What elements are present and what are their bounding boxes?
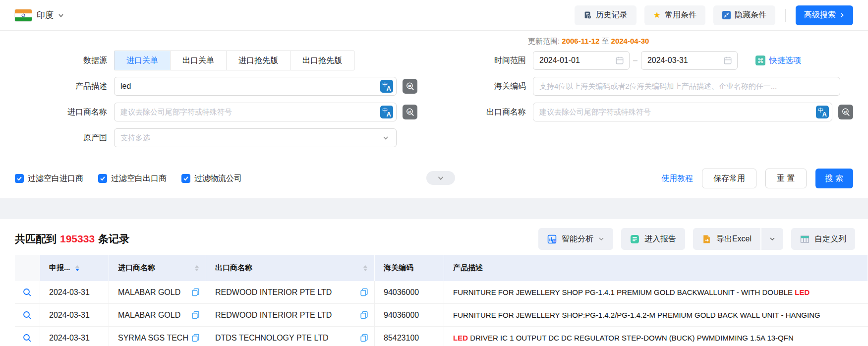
tab-export-preview[interactable]: 出口抢先版 — [290, 51, 354, 70]
smart-analysis-button[interactable]: BI 智能分析 — [538, 228, 613, 250]
translate-icon[interactable]: 中A — [380, 106, 393, 118]
importer-cell[interactable]: SYRMA SGS TECH — [118, 334, 188, 343]
country-chevron-down-icon[interactable] — [58, 12, 64, 19]
synonym-search-icon[interactable]: ⇄ — [403, 79, 417, 94]
copy-icon[interactable] — [191, 334, 200, 342]
view-detail-icon[interactable] — [22, 333, 32, 343]
excel-export-icon — [702, 234, 711, 244]
header-cell-exporter[interactable]: 出口商名称 — [206, 255, 375, 281]
search-button[interactable]: 搜 索 — [815, 169, 853, 188]
filter-label: 过滤物流公司 — [194, 173, 242, 184]
product-desc-input[interactable] — [120, 82, 377, 91]
translate-icon[interactable]: 中A — [816, 106, 829, 118]
export-excel-button[interactable]: 导出Excel — [693, 228, 760, 250]
date-to-input[interactable] — [647, 56, 723, 65]
enter-report-button[interactable]: 进入报告 — [621, 228, 685, 250]
exporter-header-label: 出口商名称 — [215, 263, 252, 273]
product-desc-label: 产品描述 — [15, 81, 114, 92]
export-excel-label: 导出Excel — [716, 234, 752, 244]
copy-icon[interactable] — [191, 311, 200, 319]
advanced-search-button[interactable]: 高级搜索 — [796, 5, 853, 25]
product-desc-cell: FURNITURE FOR JEWELLERY SHOP PG-1.4.1 PR… — [453, 288, 810, 296]
date-from-input[interactable] — [539, 56, 615, 65]
exporter-inputbox: 中A — [533, 103, 832, 121]
importer-cell[interactable]: MALABAR GOLD — [118, 288, 180, 297]
hs-code-label: 海关编码 — [451, 81, 533, 92]
filter-label: 过滤空白进口商 — [28, 173, 83, 184]
collapse-icon — [722, 11, 731, 19]
hide-conditions-button[interactable]: 隐藏条件 — [713, 5, 775, 25]
export-options-toggle[interactable] — [761, 228, 783, 250]
origin-country-select[interactable]: 支持多选 — [114, 128, 397, 147]
copy-icon[interactable] — [360, 334, 368, 342]
svg-text:BI: BI — [553, 239, 556, 242]
declare-date-header-label: 申报... — [49, 263, 70, 273]
declare-date-cell: 2024-03-31 — [49, 288, 90, 297]
country-selector-label[interactable]: 印度 — [37, 9, 54, 21]
chevron-down-icon — [598, 236, 604, 242]
export-excel-split-button: 导出Excel — [693, 228, 783, 250]
tab-import-preview[interactable]: 进口抢先版 — [227, 51, 290, 70]
exporter-name-label: 出口商名称 — [451, 107, 533, 117]
origin-country-label: 原产国 — [15, 133, 114, 143]
filter-blank-importer[interactable]: 过滤空白进口商 — [15, 173, 83, 184]
exporter-input[interactable] — [539, 108, 813, 116]
hs-code-input[interactable] — [539, 82, 837, 91]
update-range-end: 2024-04-30 — [611, 37, 649, 45]
date-range-separator: – — [633, 56, 637, 65]
favorites-label: 常用条件 — [665, 10, 696, 20]
svg-text:⇄: ⇄ — [408, 84, 411, 88]
exporter-cell[interactable]: DTDS TECHNOLOGY PTE LTD — [215, 334, 328, 343]
sort-carets[interactable] — [75, 265, 79, 271]
exporter-cell[interactable]: REDWOOD INTERIOR PTE LTD — [215, 288, 332, 297]
header-cell-product-desc: 产品描述 — [444, 255, 868, 281]
svg-text:⇄: ⇄ — [408, 110, 411, 114]
filter-blank-exporter[interactable]: 过滤空白出口商 — [98, 173, 167, 184]
synonym-search-icon[interactable]: ⇄ — [403, 105, 417, 119]
calendar-icon[interactable] — [723, 56, 732, 65]
exporter-cell[interactable]: REDWOOD INTERIOR PTE LTD — [215, 311, 332, 320]
hs-code-header-label: 海关编码 — [384, 263, 413, 273]
calendar-icon[interactable] — [615, 56, 624, 65]
customize-columns-button[interactable]: 自定义列 — [791, 228, 855, 250]
date-from-box — [533, 51, 630, 70]
save-favorite-button[interactable]: 保存常用 — [702, 169, 756, 188]
favorites-button[interactable]: ★ 常用条件 — [644, 5, 705, 25]
header-cell-declare-date[interactable]: 申报... — [40, 255, 109, 281]
search-form: 数据源 进口关单 出口关单 进口抢先版 出口抢先版 产品描述 中A — [0, 31, 868, 198]
view-detail-icon[interactable] — [22, 288, 32, 297]
tab-import-declaration[interactable]: 进口关单 — [115, 51, 171, 70]
copy-icon[interactable] — [360, 288, 368, 296]
customize-columns-label: 自定义列 — [814, 234, 846, 244]
hs-code-cell: 94036000 — [384, 288, 419, 297]
view-detail-icon[interactable] — [22, 310, 32, 320]
sort-carets[interactable] — [363, 265, 367, 271]
tab-export-declaration[interactable]: 出口关单 — [171, 51, 227, 70]
time-range-label: 时间范围 — [451, 56, 533, 66]
tutorial-link[interactable]: 使用教程 — [661, 173, 693, 184]
translate-icon[interactable]: 中A — [380, 80, 393, 93]
quick-options-link[interactable]: ⌘ 快捷选项 — [755, 56, 801, 66]
history-button[interactable]: 历史记录 — [575, 5, 637, 25]
header-cell-importer[interactable]: 进口商名称 — [109, 255, 206, 281]
sort-carets[interactable] — [195, 265, 199, 271]
history-icon — [583, 11, 592, 19]
quick-options-label: 快捷选项 — [769, 56, 801, 66]
checkbox-checked-icon — [15, 174, 24, 183]
importer-cell[interactable]: MALABAR GOLD — [118, 311, 180, 320]
smart-analysis-label: 智能分析 — [562, 234, 593, 244]
collapse-form-toggle[interactable] — [426, 171, 455, 185]
results-table: 申报... 进口商名称 出口商名称 海关编码 产品描述 — [15, 255, 868, 346]
filter-row: 过滤空白进口商 过滤空白出口商 过滤物流公司 使用教程 保存常用 重 置 搜 索 — [15, 169, 853, 188]
copy-icon[interactable] — [191, 288, 200, 296]
star-icon: ★ — [653, 11, 661, 19]
table-row: 2024-03-31 MALABAR GOLD REDWOOD INTERIOR… — [15, 304, 868, 327]
importer-input[interactable] — [120, 108, 377, 116]
declare-date-cell: 2024-03-31 — [49, 311, 90, 320]
reset-button[interactable]: 重 置 — [765, 169, 806, 188]
table-body: 2024-03-31 MALABAR GOLD REDWOOD INTERIOR… — [15, 281, 868, 346]
filter-logistics[interactable]: 过滤物流公司 — [181, 173, 242, 184]
hs-code-inputbox — [533, 77, 840, 96]
copy-icon[interactable] — [360, 311, 368, 319]
synonym-search-icon[interactable]: ⇄ — [838, 105, 853, 119]
